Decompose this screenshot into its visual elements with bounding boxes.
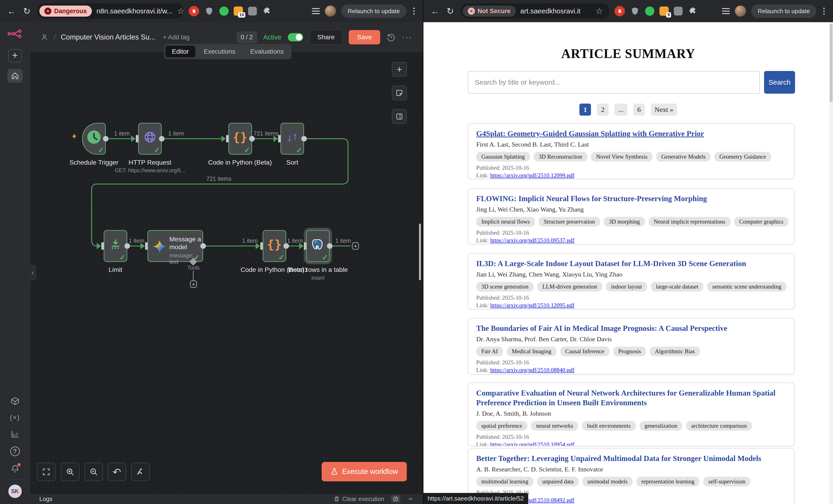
extension-icon-orange[interactable]: 10: [234, 6, 243, 16]
next-page-button[interactable]: Next »: [651, 104, 677, 116]
tag[interactable]: 3D scene generation: [476, 282, 533, 292]
tag[interactable]: unimodal models: [582, 477, 633, 486]
node-limit[interactable]: ✓: [104, 230, 127, 262]
extension-icon-gray[interactable]: [674, 7, 683, 16]
node-insert-rows[interactable]: ✓: [306, 230, 330, 262]
security-badge[interactable]: × Not Secure: [463, 5, 516, 17]
workflow-menu-icon[interactable]: ···: [402, 32, 412, 42]
output-port[interactable]: [327, 243, 333, 249]
output-port[interactable]: [103, 136, 109, 142]
input-port[interactable]: [101, 242, 104, 250]
pdf-link[interactable]: https://arxiv.org/pdf/2510.12099.pdf: [490, 172, 574, 178]
tag[interactable]: Novel View Synthesis: [591, 152, 652, 161]
zoom-in-button[interactable]: [61, 462, 79, 481]
reload-icon[interactable]: ↻: [22, 6, 32, 16]
tag[interactable]: Structure preservation: [539, 217, 600, 227]
input-port[interactable]: [145, 242, 148, 250]
tag[interactable]: built environments: [582, 421, 636, 431]
logs-panel-header[interactable]: Logs Clear execution: [30, 494, 423, 504]
bookmark-star-icon[interactable]: ☆: [596, 6, 606, 16]
page-6-button[interactable]: 6: [633, 104, 645, 116]
pop-out-icon[interactable]: [391, 495, 400, 503]
output-port[interactable]: [283, 243, 289, 249]
browser-menu-icon[interactable]: [411, 8, 416, 15]
notifications-bell-icon[interactable]: [10, 464, 20, 473]
tag[interactable]: neural networks: [531, 421, 578, 431]
tag[interactable]: Generative Models: [656, 152, 711, 161]
back-icon[interactable]: ←: [6, 6, 17, 16]
relaunch-button[interactable]: Relaunch to update: [341, 4, 406, 18]
tidy-up-button[interactable]: [131, 462, 150, 481]
search-input[interactable]: [468, 71, 760, 94]
undo-button[interactable]: ↶: [108, 462, 126, 481]
add-sticky-note-button[interactable]: [392, 85, 407, 100]
url-text[interactable]: art.saeedkhosravi.it: [520, 7, 580, 15]
tag[interactable]: spatial preference: [476, 421, 527, 431]
profile-avatar[interactable]: [735, 5, 746, 17]
fit-view-button[interactable]: [37, 462, 55, 481]
new-workflow-button[interactable]: +: [8, 49, 22, 62]
tab-evaluations[interactable]: Evaluations: [244, 46, 290, 57]
puzzle-extensions-icon[interactable]: [688, 6, 698, 16]
media-controls-icon[interactable]: [722, 8, 730, 14]
collapse-logs-icon[interactable]: [407, 496, 414, 502]
variables-icon[interactable]: (×): [10, 413, 20, 422]
add-node-button[interactable]: +: [392, 62, 407, 77]
page-2-button[interactable]: 2: [597, 104, 609, 116]
pdf-link[interactable]: https://arxiv.org/pdf/2510.09537.pdf: [490, 237, 574, 244]
tag[interactable]: architecture comparison: [686, 421, 752, 431]
n8n-logo[interactable]: [7, 29, 23, 39]
output-port[interactable]: [301, 136, 307, 142]
input-port[interactable]: [278, 135, 281, 143]
pdf-link[interactable]: https://arxiv.org/pdf/2510.08840.pdf: [490, 367, 574, 373]
page-scrollbar[interactable]: [829, 22, 833, 504]
back-icon[interactable]: ←: [430, 6, 440, 16]
tag[interactable]: Medical Imaging: [507, 347, 556, 356]
tag[interactable]: self-supervision: [703, 477, 751, 486]
node-http-request[interactable]: ✓: [138, 123, 162, 155]
insights-icon[interactable]: [10, 429, 20, 438]
pdf-link[interactable]: https://arxiv.org/pdf/2510.12095.pdf: [490, 302, 574, 308]
add-tag-button[interactable]: + Add tag: [163, 34, 190, 41]
active-toggle[interactable]: [288, 33, 303, 42]
output-port[interactable]: [200, 243, 206, 249]
toggle-panel-button[interactable]: [392, 109, 407, 124]
address-bar[interactable]: × Not Secure art.saeedkhosravi.it ☆: [460, 3, 610, 19]
extension-icon-gray[interactable]: [248, 7, 257, 16]
output-port[interactable]: [249, 136, 255, 142]
user-avatar[interactable]: SK: [8, 485, 22, 498]
adblock-extension-icon[interactable]: [615, 6, 625, 16]
tag[interactable]: Causal Inference: [560, 347, 610, 356]
article-title-link[interactable]: Comparative Evaluation of Neural Network…: [476, 388, 786, 408]
article-title-link[interactable]: The Boundaries of Fair AI in Medical Ima…: [476, 323, 786, 333]
extension-icon-orange[interactable]: 9: [660, 6, 669, 16]
tab-executions[interactable]: Executions: [197, 46, 242, 57]
node-code-python-1[interactable]: {} ✓: [263, 230, 286, 262]
article-title-link[interactable]: FLOWING: Implicit Neural Flows for Struc…: [476, 194, 786, 203]
input-port[interactable]: [260, 242, 263, 250]
url-text[interactable]: n8n.saeedkhosravi.it/w...: [96, 7, 173, 15]
input-port[interactable]: [304, 242, 306, 250]
tag[interactable]: Geometry Guidance: [714, 152, 771, 161]
project-person-icon[interactable]: [40, 33, 49, 42]
tag[interactable]: representation learning: [636, 477, 700, 486]
node-code-python[interactable]: {} ✓: [229, 123, 252, 155]
history-icon[interactable]: [387, 33, 396, 42]
search-button[interactable]: Search: [764, 71, 795, 94]
page-1-button[interactable]: 1: [579, 104, 591, 116]
security-badge[interactable]: × Dangerous: [39, 5, 92, 17]
node-schedule-trigger[interactable]: ✓: [82, 123, 106, 155]
puzzle-extensions-icon[interactable]: [262, 6, 272, 16]
article-title-link[interactable]: G4Splat: Geometry-Guided Gaussian Splatt…: [476, 129, 786, 138]
shield-extension-icon[interactable]: [204, 6, 214, 16]
browser-menu-icon[interactable]: [822, 8, 827, 15]
save-button[interactable]: Save: [349, 30, 380, 44]
tag[interactable]: Gaussian Splatting: [476, 152, 530, 161]
reload-icon[interactable]: ↻: [445, 6, 455, 16]
share-button[interactable]: Share: [310, 30, 342, 45]
pdf-link[interactable]: https://arxiv.org/pdf/2510.10954.pdf: [490, 442, 574, 446]
tag[interactable]: multimodal learning: [476, 477, 533, 486]
tag[interactable]: Neural implicit representations: [648, 217, 731, 227]
input-port[interactable]: [136, 135, 138, 143]
tag[interactable]: semantic scene understanding: [707, 282, 786, 292]
